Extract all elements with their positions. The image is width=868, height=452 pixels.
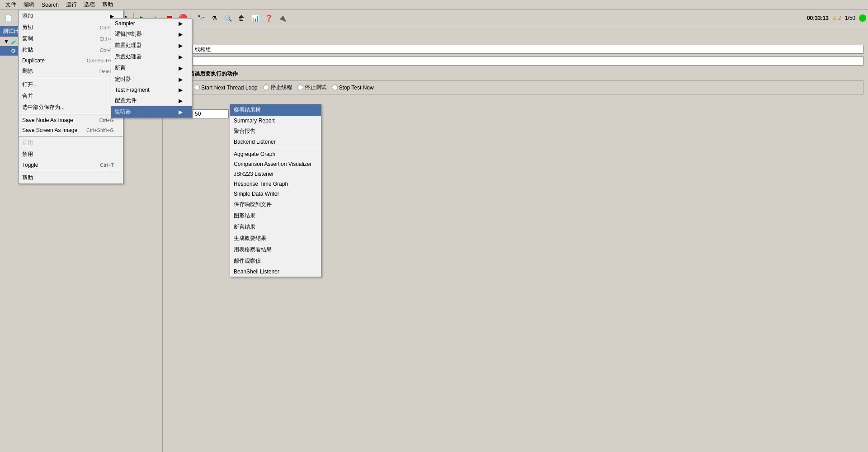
edit-context-menu: 添加 ▶ 剪切 Ctrl+X 复制 Ctrl+C 粘贴 Ctrl+V Dupli…	[18, 10, 123, 184]
pre-arrow: ▶	[179, 42, 183, 49]
menu-sep1	[19, 78, 123, 78]
menu-add[interactable]: 添加 ▶	[19, 10, 123, 22]
listener-view-tree[interactable]: 察看结果树	[230, 104, 321, 116]
radio-stop-test-input[interactable]	[297, 85, 303, 90]
radio-stop-thread[interactable]: 停止线程	[263, 84, 292, 91]
menu-help-item[interactable]: 帮助	[19, 172, 123, 184]
menu-cut[interactable]: 剪切 Ctrl+X	[19, 22, 123, 33]
menu-delete[interactable]: 删除 Delete	[19, 66, 123, 77]
menu-options[interactable]: 选项	[80, 0, 99, 9]
radio-next-thread[interactable]: Start Next Thread Loop	[194, 85, 258, 91]
submenu-sampler[interactable]: Sampler ▶	[111, 19, 192, 28]
listener-backend[interactable]: Backend Listener	[230, 137, 321, 147]
menu-sep3	[19, 136, 123, 137]
thread-icon: ⚙	[11, 48, 16, 54]
error-section-title: 在取样器错误后要执行的动作	[167, 70, 863, 78]
menu-copy[interactable]: 复制 Ctrl+C	[19, 33, 123, 44]
menu-enable: 启用	[19, 137, 123, 149]
remote-button[interactable]: 🔌	[276, 12, 288, 24]
new-button[interactable]: 📄	[2, 12, 14, 24]
config-arrow: ▶	[179, 98, 183, 104]
submenu-logic-controller[interactable]: 逻辑控制器 ▶	[111, 28, 192, 40]
listener-aggregate-graph[interactable]: Aggregate Graph	[230, 149, 321, 159]
menu-run[interactable]: 运行	[62, 0, 80, 9]
status-green-indicator	[859, 14, 866, 22]
comment-row: 注释：	[167, 56, 863, 66]
error-action-group: 继续 Start Next Thread Loop 停止线程 停止测试 Stop…	[167, 80, 863, 94]
submenu-assertion[interactable]: 断言 ▶	[111, 62, 192, 74]
function-button[interactable]: ⚗	[208, 12, 221, 24]
menu-search[interactable]: Search	[38, 1, 62, 9]
listener-arrow: ▶	[179, 109, 183, 115]
warning-icon: ⚠	[832, 15, 837, 21]
listener-simple-data-writer[interactable]: Simple Data Writer	[230, 189, 321, 199]
listener-save-response[interactable]: 保存响应到文件	[230, 199, 321, 210]
listener-graph-results[interactable]: 图形结果	[230, 210, 321, 221]
menu-merge[interactable]: 合并	[19, 90, 123, 102]
clear-button[interactable]: 🗑	[235, 12, 248, 24]
name-row: 名称：	[167, 45, 863, 54]
radio-next-thread-input[interactable]	[194, 85, 200, 90]
listener-table-view[interactable]: 用表格察看结果	[230, 244, 321, 255]
menu-save-node-image[interactable]: Save Node As Image Ctrl+G	[19, 115, 123, 125]
listener-summary-report[interactable]: Summary Report	[230, 116, 321, 126]
listener-aggregate-report[interactable]: 聚合报告	[230, 126, 321, 137]
radio-stop-thread-input[interactable]	[263, 85, 269, 90]
listener-comparison-assertion[interactable]: Comparison Assertion Visualizer	[230, 159, 321, 169]
listener-beanshell[interactable]: BeanShell Listener	[230, 267, 321, 277]
radio-stop-test[interactable]: 停止测试	[297, 84, 326, 91]
radio-stop-test-now[interactable]: Stop Test Now	[332, 85, 374, 91]
menu-save-selection[interactable]: 选中部分保存为...	[19, 102, 123, 113]
menu-open[interactable]: 打开...	[19, 79, 123, 90]
timer-arrow: ▶	[179, 76, 183, 83]
add-submenu: Sampler ▶ 逻辑控制器 ▶ 前置处理器 ▶ 后置处理器 ▶ 断言 ▶ 定…	[111, 18, 192, 118]
menu-edit[interactable]: 编辑	[20, 0, 38, 9]
status-time: 00:33:13	[807, 15, 829, 21]
menu-help[interactable]: 帮助	[99, 0, 117, 9]
name-input[interactable]	[193, 45, 863, 54]
listener-mail-viewer[interactable]: 邮件观察仪	[230, 255, 321, 267]
fragment-arrow: ▶	[179, 87, 183, 93]
menu-paste[interactable]: 粘贴 Ctrl+V	[19, 44, 123, 56]
submenu-test-fragment[interactable]: Test Fragment ▶	[111, 85, 192, 95]
listener-assertion-results[interactable]: 断言结果	[230, 221, 321, 233]
listener-jsr223[interactable]: JSR223 Listener	[230, 169, 321, 179]
submenu-post-processor[interactable]: 后置处理器 ▶	[111, 51, 192, 62]
toolbar-status: 00:33:13 ⚠ 2 1/50	[807, 14, 866, 22]
submenu-config-element[interactable]: 配置元件 ▶	[111, 95, 192, 106]
radio-stop-test-now-input[interactable]	[332, 85, 338, 90]
tree-arrow: ▼	[4, 38, 9, 45]
status-warnings: ⚠ 2	[832, 15, 841, 21]
menu-file[interactable]: 文件	[2, 0, 20, 9]
menu-sep2	[19, 114, 123, 114]
menu-duplicate[interactable]: Duplicate Ctrl+Shift+C	[19, 56, 123, 66]
help-button[interactable]: ❓	[262, 12, 275, 24]
post-arrow: ▶	[179, 54, 183, 60]
search-button[interactable]: 🔍	[222, 12, 234, 24]
status-count: 1/50	[845, 15, 855, 21]
submenu-timer[interactable]: 定时器 ▶	[111, 74, 192, 85]
table-button[interactable]: 📊	[249, 12, 261, 24]
listener-sep1	[230, 148, 321, 148]
submenu-pre-processor[interactable]: 前置处理器 ▶	[111, 40, 192, 51]
menu-save-screen-image[interactable]: Save Screen As Image Ctrl+Shift+G	[19, 125, 123, 135]
submenu-listener[interactable]: 监听器 ▶	[111, 106, 192, 118]
listener-generate-summary[interactable]: 生成概要结果	[230, 233, 321, 244]
thread-count-input[interactable]	[193, 109, 229, 118]
comment-input[interactable]	[193, 56, 863, 66]
panel-title: 线程组	[167, 31, 863, 40]
menu-toggle[interactable]: Toggle Ctrl+T	[19, 160, 123, 170]
menubar: 文件 编辑 Search 运行 选项 帮助	[0, 0, 868, 10]
menu-sep4	[19, 171, 123, 171]
plan-icon: 🧪	[11, 38, 18, 45]
assert-arrow: ▶	[179, 65, 183, 71]
listener-response-time[interactable]: Response Time Graph	[230, 179, 321, 189]
browse-button[interactable]: 🔭	[194, 12, 207, 24]
menu-disable[interactable]: 禁用	[19, 149, 123, 160]
logic-arrow: ▶	[179, 31, 183, 38]
listener-submenu: 察看结果树 Summary Report 聚合报告 Backend Listen…	[230, 104, 321, 277]
sampler-arrow: ▶	[179, 20, 183, 27]
